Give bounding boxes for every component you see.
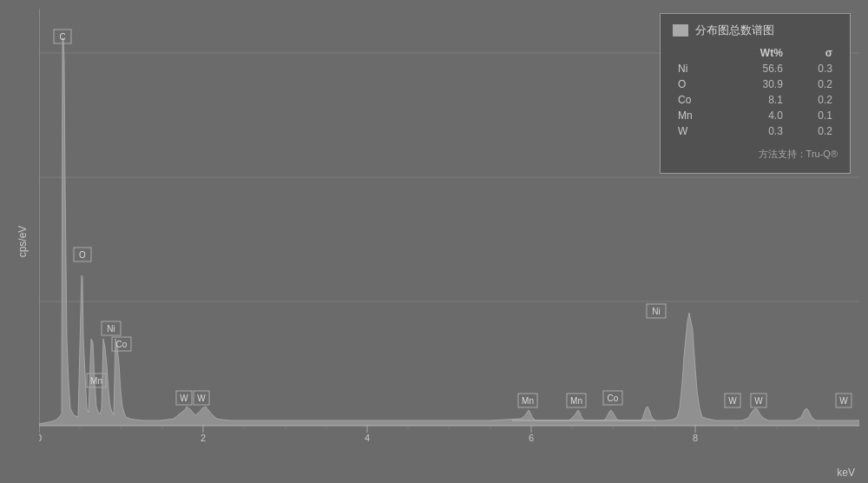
ni2-peak-label-text: Ni [652,307,660,316]
w1-peak-label-text: W [180,394,188,403]
legend-title: 分布图总数谱图 [695,23,774,38]
legend-sigma: 0.2 [788,123,838,139]
legend-sigma: 0.2 [788,92,838,108]
legend-wt: 4.0 [722,108,788,123]
x-tick-4: 4 [365,433,370,443]
y-axis-label-positioned: cps/eV [16,226,29,258]
legend-header-element [673,45,722,61]
legend-sigma: 0.3 [788,61,838,76]
legend-header-wt: Wt% [722,45,788,61]
legend-sigma: 0.1 [788,108,838,123]
legend-element: Mn [673,108,722,123]
o-peak-label-text: O [79,250,86,260]
x-tick-0: 0 [39,433,42,443]
legend-wt: 0.3 [722,123,788,139]
legend-wt: 8.1 [722,92,788,108]
legend-row: O30.90.2 [673,76,838,92]
chart-container: cps/eV 0 50 100 150 [0,0,868,483]
legend-element: Co [673,92,722,108]
legend-element: O [673,76,722,92]
legend-element: W [673,123,722,139]
mn3-peak-label-text: Mn [570,396,582,406]
x-tick-6: 6 [529,433,534,443]
x-axis-unit: keV [837,466,855,479]
legend-row: Co8.10.2 [673,92,838,108]
x-tick-8: 8 [693,433,698,443]
legend-table: Wt% σ Ni56.60.3O30.90.2Co8.10.2Mn4.00.1W… [673,45,838,139]
ni1-peak-label-text: Ni [107,324,115,334]
co2-peak-label-text: Co [608,394,619,403]
legend-row: W0.30.2 [673,123,838,139]
legend-row: Mn4.00.1 [673,108,838,123]
w4-peak-label-text: W [754,396,763,406]
legend-header-sigma: σ [788,45,838,61]
legend-sigma: 0.2 [788,76,838,92]
co1-peak-label-text: Co [116,340,128,349]
legend-row: Ni56.60.3 [673,61,838,76]
legend-element: Ni [673,61,722,76]
legend-color-swatch [673,24,688,36]
w3-peak-label-text: W [728,396,737,406]
legend-wt: 56.6 [722,61,788,76]
mn2-peak-label-text: Mn [522,396,534,406]
legend-footer: 方法支持：Tru-Q® [673,148,838,161]
legend-wt: 30.9 [722,76,788,92]
x-tick-2: 2 [201,433,206,443]
legend-box: 分布图总数谱图 Wt% σ Ni56.60.3O30.90.2Co8.10.2M… [660,13,851,174]
legend-title-row: 分布图总数谱图 [673,23,838,38]
w5-peak-label-text: W [839,396,848,406]
c-peak-label-text: C [59,32,65,42]
mn1-peak-label-text: Mn [90,376,102,386]
w2-peak-label-text: W [197,394,206,403]
